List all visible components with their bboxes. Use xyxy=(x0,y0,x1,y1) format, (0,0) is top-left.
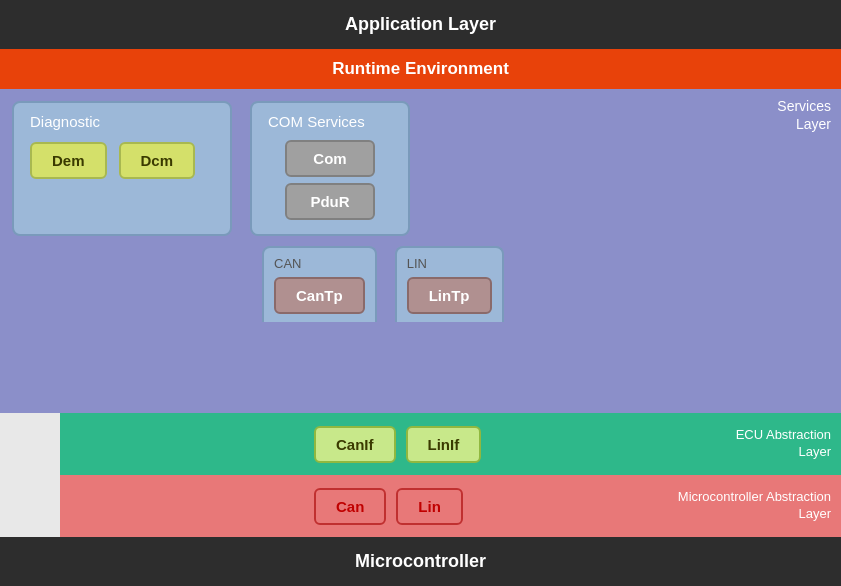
can-column-top: CAN CanTp xyxy=(262,246,377,322)
services-top-row: Diagnostic Dem Dcm COM Services Com xyxy=(12,101,829,236)
dcm-module: Dcm xyxy=(119,142,196,179)
runtime-environment: Runtime Environment xyxy=(0,49,841,89)
diagnostic-box: Diagnostic Dem Dcm xyxy=(12,101,232,236)
lin-column-top: LIN LinTp xyxy=(395,246,504,322)
application-layer: Application Layer xyxy=(0,0,841,49)
lintp-module: LinTp xyxy=(407,277,492,314)
lin-module: Lin xyxy=(396,488,463,525)
com-module: Com xyxy=(285,140,375,177)
ecu-modules-row: CanIf LinIf xyxy=(314,426,481,463)
can-label: CAN xyxy=(274,256,301,271)
mcu-abstraction-label: Microcontroller AbstractionLayer xyxy=(678,489,831,523)
services-layer: ServicesLayer Diagnostic Dem Dcm xyxy=(0,89,841,413)
ecu-abstraction-layer: CanIf LinIf ECU AbstractionLayer xyxy=(0,413,841,475)
lin-label: LIN xyxy=(407,256,427,271)
application-layer-label: Application Layer xyxy=(345,14,496,34)
dem-module: Dem xyxy=(30,142,107,179)
com-services-title: COM Services xyxy=(268,113,365,130)
can-lin-service-row: CAN CanTp LIN LinTp xyxy=(262,246,829,322)
services-layer-label: ServicesLayer xyxy=(777,97,831,133)
cantp-module: CanTp xyxy=(274,277,365,314)
microcontroller-label: Microcontroller xyxy=(355,551,486,571)
main-container: Application Layer Runtime Environment Se… xyxy=(0,0,841,586)
runtime-env-label: Runtime Environment xyxy=(332,59,509,78)
mcu-left-strip xyxy=(0,475,60,537)
com-services-box: COM Services Com PduR xyxy=(250,101,410,236)
diagnostic-title: Diagnostic xyxy=(30,113,214,130)
diagnostic-items: Dem Dcm xyxy=(30,142,214,179)
canif-module: CanIf xyxy=(314,426,396,463)
mcu-abstraction-layer: Can Lin Microcontroller AbstractionLayer xyxy=(0,475,841,537)
mcu-modules-row: Can Lin xyxy=(314,488,463,525)
can-module: Can xyxy=(314,488,386,525)
ecu-abstraction-label: ECU AbstractionLayer xyxy=(736,427,831,461)
pdur-module: PduR xyxy=(285,183,375,220)
ecu-left-strip xyxy=(0,413,60,475)
microcontroller-layer: Microcontroller xyxy=(0,537,841,586)
linif-module: LinIf xyxy=(406,426,482,463)
